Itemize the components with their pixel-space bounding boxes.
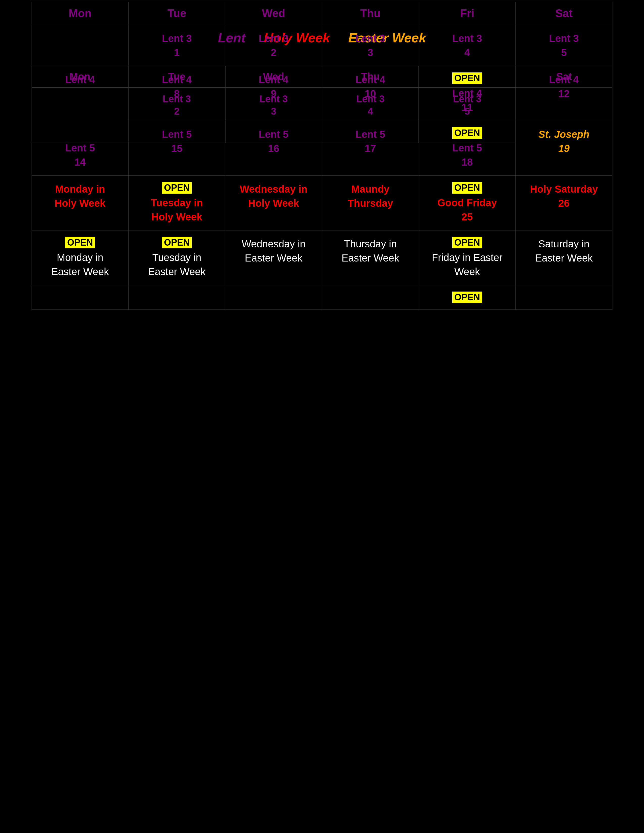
legend-lent: Lent — [218, 31, 246, 45]
th-tue: Tue — [129, 2, 225, 25]
cell-extra-fri: OPEN — [419, 285, 515, 310]
cell-fri-easter: OPEN Friday in EasterWeek — [419, 230, 515, 285]
cell-mon-holy-week: Monday inHoly Week — [32, 176, 129, 230]
cell-lent3-2: Lent 32 — [128, 88, 225, 143]
cell-st-joseph-19: St. Joseph19 — [515, 121, 612, 176]
cell-lent3-5: Lent 35 — [419, 88, 515, 143]
cell-maundy-thursday: MaundyThursday — [322, 176, 419, 230]
week-extra: OPEN — [32, 285, 612, 310]
cell-tue-easter: OPEN Tuesday inEaster Week — [129, 230, 225, 285]
calendar-wrapper: Mon Tue Wed Thu Fri Sat Lent 31 Lent 32 — [32, 2, 612, 310]
cell-good-friday-25: OPEN Good Friday25 — [419, 176, 515, 230]
th-mon: Mon — [32, 2, 129, 25]
open-badge-mon-easter: OPEN — [65, 237, 95, 248]
th-wed: Wed — [225, 2, 322, 25]
cell-holy-saturday-26: Holy Saturday26 — [515, 176, 612, 230]
open-badge-lent4-11: OPEN — [452, 72, 482, 84]
open-badge-fri-easter: OPEN — [452, 237, 482, 248]
cell-mon-easter: OPEN Monday inEaster Week — [32, 230, 129, 285]
cell-tue-holy-week: OPEN Tuesday inHoly Week — [129, 176, 225, 230]
open-badge-good-friday: OPEN — [452, 182, 482, 194]
calendar-table: Mon Tue Wed Thu Fri Sat Lent 31 Lent 32 — [32, 2, 612, 310]
cell-empty-lent3-mon — [32, 88, 128, 143]
week-easter: OPEN Monday inEaster Week OPEN Tuesday i… — [32, 230, 612, 285]
cell-lent3-4: Lent 34 — [419, 25, 515, 66]
open-badge-tue-holy: OPEN — [162, 182, 192, 194]
cell-lent3-5: Lent 35 — [515, 25, 612, 66]
page: Lent Holy Week Easter Week Mon Tue Wed T… — [0, 0, 644, 833]
week-holy: Monday inHoly Week OPEN Tuesday inHoly W… — [32, 176, 612, 230]
cell-extra-mon — [32, 285, 129, 310]
cell-thu-easter: Thursday inEaster Week — [322, 230, 419, 285]
th-fri: Fri — [419, 2, 515, 25]
cell-extra-tue — [129, 285, 225, 310]
cell-sat-easter: Saturday inEaster Week — [515, 230, 612, 285]
cell-wed-easter: Wednesday inEaster Week — [225, 230, 322, 285]
cell-lent3-3: Lent 33 — [225, 88, 322, 143]
cell-lent3-mon-empty — [32, 25, 129, 66]
open-badge-tue-easter: OPEN — [162, 237, 192, 248]
cell-extra-thu — [322, 285, 419, 310]
cell-wed-holy-week: Wednesday inHoly Week — [225, 176, 322, 230]
th-sat: Sat — [515, 2, 612, 25]
open-badge-extra-fri: OPEN — [452, 291, 482, 303]
th-thu: Thu — [322, 2, 419, 25]
cell-extra-wed — [225, 285, 322, 310]
cell-extra-sat — [515, 285, 612, 310]
cell-lent3-4: Lent 34 — [322, 88, 419, 143]
cell-lent3-1: Lent 31 — [129, 25, 225, 66]
